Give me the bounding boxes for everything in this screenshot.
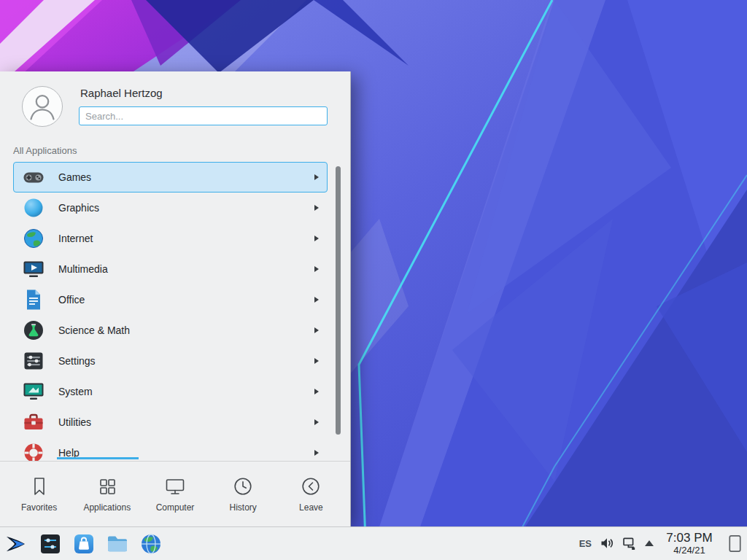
category-label: Settings	[58, 355, 96, 367]
kali-menu-icon	[5, 532, 28, 556]
submenu-arrow-icon	[314, 174, 319, 180]
computer-icon	[164, 475, 186, 497]
scrollbar-thumb[interactable]	[336, 166, 341, 435]
help-buoy-icon	[22, 441, 45, 461]
active-tab-indicator	[57, 457, 139, 459]
clock-date: 4/24/21	[662, 545, 717, 556]
tab-label: Applications	[83, 502, 131, 513]
application-launcher-menu: Raphael Hertzog All Applications Games	[0, 71, 351, 526]
settings-console-icon	[39, 532, 62, 556]
category-office[interactable]: Office	[13, 284, 328, 315]
submenu-arrow-icon	[314, 450, 319, 456]
grid-icon	[96, 475, 118, 497]
gamepad-icon	[22, 166, 45, 189]
category-label: Internet	[58, 233, 93, 244]
category-graphics[interactable]: Graphics	[13, 192, 328, 223]
submenu-arrow-icon	[314, 358, 319, 364]
flask-icon	[22, 319, 45, 342]
submenu-arrow-icon	[314, 389, 319, 394]
document-icon	[22, 288, 45, 311]
tab-label: Leave	[299, 502, 323, 513]
user-name: Raphael Hertzog	[80, 87, 163, 99]
settings-console-button[interactable]	[37, 529, 63, 559]
web-browser-button[interactable]	[138, 529, 164, 559]
tab-applications[interactable]: Applications	[73, 462, 141, 526]
digital-clock[interactable]: 7:03 PM 4/24/21	[662, 531, 717, 556]
category-label: Office	[58, 294, 85, 306]
system-monitor-icon	[22, 380, 45, 403]
search-input[interactable]	[79, 106, 328, 125]
category-label: Multimedia	[58, 263, 108, 275]
category-settings[interactable]: Settings	[13, 346, 328, 376]
keyboard-layout-indicator[interactable]: ES	[579, 538, 592, 549]
leave-icon	[300, 475, 322, 497]
expand-tray-icon[interactable]	[645, 540, 654, 546]
tab-label: Favorites	[21, 502, 57, 513]
tab-label: Computer	[156, 502, 195, 513]
category-label: Games	[58, 171, 91, 183]
graphics-orb-icon	[22, 196, 45, 219]
system-tray: ES 7:03 PM 4/24/21	[579, 531, 747, 556]
category-system[interactable]: System	[13, 376, 328, 407]
tab-leave[interactable]: Leave	[277, 462, 345, 526]
tab-computer[interactable]: Computer	[141, 462, 209, 526]
launcher-tab-bar: Favorites Applications Computer History	[0, 461, 350, 526]
submenu-arrow-icon	[314, 297, 319, 303]
category-list: Games Graphics Internet	[13, 162, 328, 461]
category-label: System	[58, 386, 93, 397]
section-label: All Applications	[13, 145, 77, 156]
tab-favorites[interactable]: Favorites	[5, 462, 73, 526]
submenu-arrow-icon	[314, 266, 319, 272]
clock-time: 7:03 PM	[662, 531, 717, 545]
tab-label: History	[230, 502, 257, 513]
taskbar-panel: ES 7:03 PM 4/24/21	[0, 526, 747, 560]
submenu-arrow-icon	[314, 419, 319, 425]
user-icon	[23, 87, 62, 126]
bookmark-icon	[28, 475, 50, 497]
app-launcher-button[interactable]	[4, 529, 30, 559]
category-games[interactable]: Games	[13, 162, 328, 192]
category-science-math[interactable]: Science & Math	[13, 315, 328, 346]
category-multimedia[interactable]: Multimedia	[13, 254, 328, 284]
show-desktop-icon	[729, 534, 741, 553]
sliders-icon	[22, 349, 45, 373]
desktop: Raphael Hertzog All Applications Games	[0, 0, 747, 560]
tab-history[interactable]: History	[209, 462, 277, 526]
taskbar-launchers	[0, 529, 164, 559]
category-label: Graphics	[58, 202, 99, 214]
submenu-arrow-icon	[314, 236, 319, 241]
show-desktop-button[interactable]	[727, 532, 743, 555]
file-manager-button[interactable]	[104, 529, 131, 559]
multimedia-monitor-icon	[22, 257, 45, 281]
category-label: Science & Math	[58, 324, 130, 336]
globe-icon	[22, 227, 45, 250]
software-center-button[interactable]	[71, 529, 97, 559]
volume-icon[interactable]	[600, 536, 614, 551]
user-avatar[interactable]	[22, 86, 63, 127]
history-clock-icon	[232, 475, 254, 497]
web-browser-icon	[139, 532, 163, 556]
category-internet[interactable]: Internet	[13, 223, 328, 254]
category-utilities[interactable]: Utilities	[13, 407, 328, 438]
submenu-arrow-icon	[314, 205, 319, 211]
toolbox-icon	[22, 411, 45, 434]
submenu-arrow-icon	[314, 327, 319, 333]
category-label: Utilities	[58, 416, 91, 428]
network-icon[interactable]	[622, 536, 637, 551]
file-manager-icon	[106, 532, 129, 556]
software-center-icon	[72, 532, 96, 556]
